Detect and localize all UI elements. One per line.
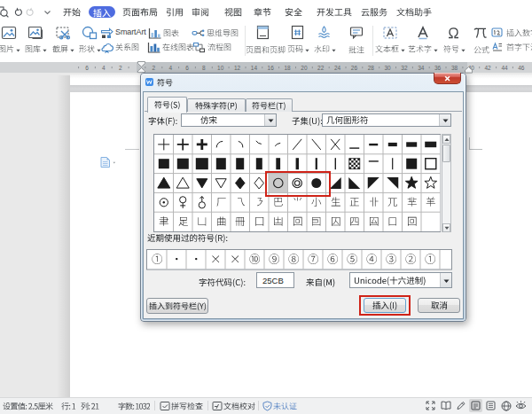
svg-text:18: 18	[284, 65, 291, 71]
svg-text:22: 22	[317, 65, 325, 71]
svg-text:2: 2	[119, 65, 122, 71]
svg-text:4: 4	[102, 65, 106, 71]
svg-text:28: 28	[368, 65, 375, 71]
svg-text:38: 38	[451, 65, 458, 71]
svg-text:24: 24	[334, 65, 341, 71]
svg-text:34: 34	[418, 65, 425, 71]
svg-text:8: 8	[202, 65, 206, 71]
svg-text:4: 4	[168, 65, 172, 71]
svg-text:2: 2	[152, 65, 155, 71]
svg-text:6: 6	[85, 65, 89, 71]
svg-text:14: 14	[251, 65, 258, 71]
svg-text:36: 36	[434, 65, 442, 71]
svg-text:44: 44	[501, 65, 508, 71]
svg-text:26: 26	[351, 65, 358, 71]
svg-text:12: 12	[234, 65, 241, 71]
svg-text:30: 30	[384, 65, 391, 71]
svg-text:32: 32	[401, 65, 408, 71]
svg-text:42: 42	[484, 65, 491, 71]
svg-text:46: 46	[518, 65, 525, 71]
svg-text:10: 10	[217, 65, 224, 71]
svg-text:6: 6	[185, 65, 189, 71]
svg-text:16: 16	[268, 65, 275, 71]
svg-text:20: 20	[301, 65, 308, 71]
